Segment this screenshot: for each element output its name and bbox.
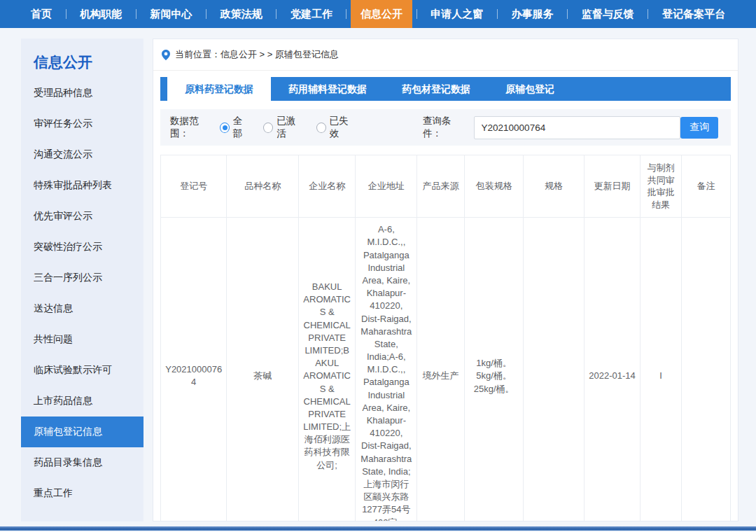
cell-company-address: A-6, M.I.D.C.,, Patalganga Industrial Ar…	[356, 218, 417, 522]
scope-radio-group: 全部 已激活 已失效	[220, 115, 356, 140]
nav-separator	[416, 9, 417, 19]
sidebar-item-three-in-one[interactable]: 三合一序列公示	[21, 262, 144, 293]
col-header-spec: 规格	[524, 155, 584, 218]
nav-separator	[66, 9, 66, 19]
sidebar-item-communication[interactable]: 沟通交流公示	[21, 139, 144, 170]
sidebar-item-key-work[interactable]: 重点工作	[21, 478, 144, 509]
nav-item-registration-platform[interactable]: 登记备案平台	[652, 0, 735, 28]
radio-label-expired: 已失效	[330, 115, 356, 140]
sidebar: 信息公开 受理品种信息 审评任务公示 沟通交流公示 特殊审批品种列表 优先审评公…	[21, 38, 144, 522]
nav-separator	[648, 9, 648, 19]
nav-item-applicant-window[interactable]: 申请人之窗	[421, 0, 493, 28]
breadcrumb: 当前位置：信息公开 > > 原辅包登记信息	[153, 39, 738, 71]
sidebar-item-clinical-trial-license[interactable]: 临床试验默示许可	[21, 355, 144, 386]
cell-update-date: 2022-01-14	[584, 218, 640, 522]
sidebar-item-marketed-drugs[interactable]: 上市药品信息	[21, 386, 144, 416]
radio-icon-expired[interactable]	[316, 122, 326, 133]
col-header-company-address: 企业地址	[356, 155, 417, 218]
cell-variety-name: 茶碱	[227, 218, 299, 522]
nav-item-policy[interactable]: 政策法规	[211, 0, 272, 28]
nav-item-services[interactable]: 办事服务	[502, 0, 564, 28]
nav-item-home[interactable]: 首页	[21, 0, 62, 28]
col-header-variety-name: 品种名称	[227, 155, 299, 218]
sidebar-item-drug-catalog[interactable]: 药品目录集信息	[21, 447, 144, 478]
sidebar-item-apiexcipient-registration[interactable]: 原辅包登记信息	[21, 416, 144, 447]
col-header-registration-no: 登记号	[161, 155, 227, 218]
radio-option-all[interactable]: 全部	[220, 115, 251, 140]
query-condition-label: 查询条件：	[423, 115, 468, 140]
col-header-joint-review-result: 与制剂共同审批审批结果	[640, 155, 682, 218]
nav-separator	[346, 9, 346, 19]
main-panel: 当前位置：信息公开 > > 原辅包登记信息 原料药登记数据 药用辅料登记数据 药…	[153, 38, 738, 522]
cell-spec	[524, 218, 584, 522]
table-header-row: 登记号 品种名称 企业名称 企业地址 产品来源 包装规格 规格 更新日期 与制剂…	[161, 155, 731, 218]
sidebar-item-review-tasks[interactable]: 审评任务公示	[21, 108, 144, 139]
sidebar-title: 信息公开	[21, 38, 144, 78]
query-input[interactable]	[474, 116, 681, 139]
col-header-remarks: 备注	[681, 155, 730, 218]
footer-bar	[0, 526, 756, 531]
nav-separator	[136, 9, 136, 19]
radio-label-activated: 已激活	[276, 115, 303, 140]
tab-packaging-registration-data[interactable]: 药包材登记数据	[384, 77, 488, 101]
filter-row: 数据范围： 全部 已激活 已失效 查询条件： 查询	[160, 109, 731, 146]
sidebar-item-priority-review[interactable]: 优先审评公示	[21, 201, 144, 232]
nav-separator	[206, 9, 206, 19]
registration-table: 登记号 品种名称 企业名称 企业地址 产品来源 包装规格 规格 更新日期 与制剂…	[160, 155, 731, 522]
location-pin-icon	[162, 50, 170, 60]
search-button[interactable]: 查询	[680, 117, 718, 139]
nav-separator	[276, 9, 276, 19]
sidebar-item-delivery-info[interactable]: 送达信息	[21, 293, 144, 324]
tab-excipient-registration-data[interactable]: 药用辅料登记数据	[271, 77, 384, 101]
radio-icon-activated[interactable]	[263, 122, 273, 133]
nav-item-functions[interactable]: 机构职能	[70, 0, 132, 28]
col-header-product-origin: 产品来源	[417, 155, 465, 218]
radio-option-expired[interactable]: 已失效	[316, 115, 356, 140]
top-nav: 首页 机构职能 新闻中心 政策法规 党建工作 信息公开 申请人之窗 办事服务 监…	[0, 0, 756, 28]
cell-remarks	[681, 218, 730, 522]
cell-joint-review-result: I	[640, 218, 682, 522]
scope-label: 数据范围：	[170, 115, 216, 140]
tab-bar: 原料药登记数据 药用辅料登记数据 药包材登记数据 原辅包登记	[160, 77, 731, 101]
col-header-packaging-spec: 包装规格	[464, 155, 524, 218]
tab-apiexcipient-registration[interactable]: 原辅包登记	[488, 77, 572, 101]
sidebar-item-accepted-varieties[interactable]: 受理品种信息	[21, 78, 144, 108]
col-header-company-name: 企业名称	[298, 155, 355, 218]
nav-item-news[interactable]: 新闻中心	[140, 0, 202, 28]
nav-item-supervision[interactable]: 监督与反馈	[572, 0, 644, 28]
radio-icon-all[interactable]	[220, 122, 230, 133]
nav-item-info-disclosure[interactable]: 信息公开	[351, 0, 412, 28]
nav-separator	[497, 9, 498, 19]
breadcrumb-text: 当前位置：信息公开 > > 原辅包登记信息	[175, 48, 339, 61]
nav-item-party[interactable]: 党建工作	[281, 0, 342, 28]
sidebar-item-special-approval[interactable]: 特殊审批品种列表	[21, 170, 144, 201]
sidebar-item-breakthrough-therapy[interactable]: 突破性治疗公示	[21, 232, 144, 262]
nav-separator	[567, 9, 568, 19]
cell-product-origin: 境外生产	[417, 218, 465, 522]
sidebar-item-common-issues[interactable]: 共性问题	[21, 324, 144, 355]
cell-registration-no: Y20210000764	[161, 218, 227, 522]
cell-company-name: BAKUL AROMATICS & CHEMICAL PRIVATE LIMIT…	[298, 218, 355, 522]
col-header-update-date: 更新日期	[584, 155, 640, 218]
table-row: Y20210000764 茶碱 BAKUL AROMATICS & CHEMIC…	[161, 218, 731, 522]
radio-option-activated[interactable]: 已激活	[263, 115, 303, 140]
radio-label-all: 全部	[233, 115, 251, 140]
cell-packaging-spec: 1kg/桶。5kg/桶。25kg/桶。	[464, 218, 524, 522]
tab-api-registration-data[interactable]: 原料药登记数据	[167, 77, 271, 101]
